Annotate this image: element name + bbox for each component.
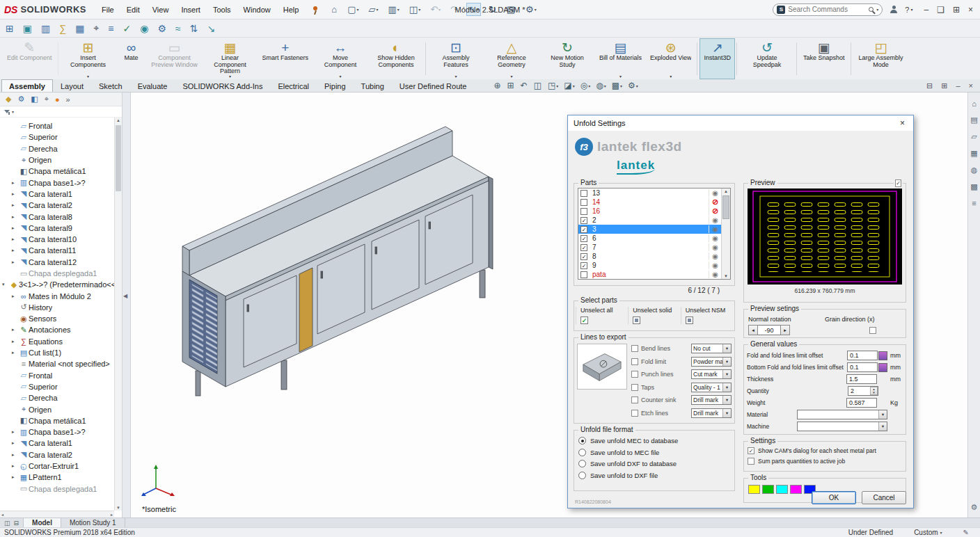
fold-offset-flag[interactable]: [878, 351, 887, 360]
search-scope-icon[interactable]: S: [777, 6, 785, 14]
home-icon[interactable]: ⌂: [329, 3, 340, 16]
export-line-checkbox[interactable]: [631, 384, 638, 391]
expand-icon[interactable]: ▸: [12, 248, 19, 253]
display-style-icon[interactable]: ◪ ▾: [564, 81, 574, 90]
mass-properties-icon[interactable]: ≡: [108, 23, 113, 34]
radio-button[interactable]: [578, 449, 586, 456]
open-icon[interactable]: ▱ ▾: [367, 3, 381, 16]
tree-item[interactable]: ▱ Derecha: [0, 392, 114, 403]
tree-item[interactable]: ▸ ∑ Equations: [0, 336, 114, 347]
bill-of-materials-button[interactable]: ▤ Bill of Materials ▾: [595, 38, 646, 79]
quantity-stepper[interactable]: ▲▼: [870, 387, 878, 395]
dialog-title-bar[interactable]: Unfold Settings ×: [568, 115, 913, 131]
export-line-checkbox[interactable]: [631, 358, 638, 365]
expand-icon[interactable]: ▸: [12, 452, 19, 458]
zoom-to-area-icon[interactable]: ⊞: [507, 81, 515, 90]
deviation-analysis-icon[interactable]: ◉: [140, 23, 148, 34]
visibility-off-icon[interactable]: ⊘: [709, 207, 721, 216]
close-panel-icon[interactable]: ×: [969, 81, 973, 90]
part-checkbox[interactable]: ✓: [580, 226, 587, 233]
tree-item[interactable]: ▭ Chapa desplegada1: [0, 483, 114, 495]
export-line-checkbox[interactable]: [631, 371, 638, 378]
expand-panel-icon[interactable]: ⊞: [941, 81, 947, 90]
undock-panel-icon[interactable]: ⊟: [926, 81, 933, 90]
tree-item[interactable]: ▸ ◥ Cara lateral12: [0, 257, 114, 268]
grain-direction-checkbox[interactable]: [869, 327, 876, 334]
scrollbar-thumb[interactable]: [116, 125, 121, 191]
ribbon-tab[interactable]: Piping: [317, 79, 354, 92]
tree-item[interactable]: ▸ ◥ Cara lateral1: [0, 438, 114, 449]
settings-option[interactable]: Sum parts quantities to active job: [748, 458, 902, 465]
tree-item[interactable]: ▸ ◥ Cara lateral2: [0, 200, 114, 211]
menu-item[interactable]: File: [96, 3, 120, 16]
export-line-select[interactable]: Quality - 1 ▼: [691, 383, 732, 392]
tree-vertical-scrollbar[interactable]: ▲ ▼: [114, 118, 122, 511]
redo-icon[interactable]: ↷: [448, 3, 461, 16]
cancel-button[interactable]: Cancel: [862, 491, 906, 504]
tree-item[interactable]: ▱ Frontal: [0, 370, 114, 381]
show-hidden-components-button[interactable]: ◐ Show Hidden Components: [368, 38, 424, 79]
export-line-checkbox[interactable]: [631, 345, 638, 352]
expand-icon[interactable]: ▸: [12, 202, 19, 208]
appearances-icon[interactable]: ◍: [971, 166, 978, 175]
settings-option[interactable]: ✓ Show CAM's dialog for each sheet metal…: [748, 447, 902, 454]
part-checkbox[interactable]: [580, 199, 587, 206]
ribbon-tab[interactable]: SOLIDWORKS Add-Ins: [175, 79, 270, 92]
tree-item[interactable]: ▸ ◥ Cara lateral9: [0, 223, 114, 234]
tree-item[interactable]: ▭ Chapa desplegada1: [0, 268, 114, 279]
tree-item[interactable]: ▸ ◥ Cara lateral10: [0, 234, 114, 245]
large-assembly-mode-button[interactable]: ◰ Large Assembly Mode: [853, 38, 909, 79]
close-icon[interactable]: ×: [968, 5, 973, 15]
tree-item[interactable]: ▱ Superior: [0, 131, 114, 143]
parts-list-row[interactable]: 13 ◉: [578, 189, 730, 198]
dropdown-caret-icon[interactable]: ▼: [722, 358, 731, 366]
parts-list-row[interactable]: ✓ 3 ◉: [578, 225, 730, 234]
dialog-close-icon[interactable]: ×: [897, 118, 908, 128]
expand-icon[interactable]: ▸: [12, 180, 19, 186]
design-study-icon[interactable]: ▦: [75, 23, 84, 34]
dropdown-caret-icon[interactable]: ▼: [722, 396, 731, 404]
ribbon-tab[interactable]: Evaluate: [130, 79, 175, 92]
search-commands-box[interactable]: S ▾: [773, 3, 883, 16]
edit-appearance-icon[interactable]: ◍ ▾: [596, 81, 606, 90]
mate-button[interactable]: ∞ Mate: [116, 38, 147, 79]
expand-icon[interactable]: ▸: [12, 429, 19, 435]
expand-icon[interactable]: ▸: [12, 350, 19, 355]
expand-icon[interactable]: ▸: [12, 191, 19, 197]
design-library-icon[interactable]: ▤: [970, 115, 977, 125]
tree-item[interactable]: ⌖ Origen: [0, 154, 114, 166]
exploded-view-button[interactable]: ⊛ Exploded View ▾: [646, 38, 695, 79]
split-vertical-icon[interactable]: ⊟: [14, 520, 19, 527]
settings-checkbox[interactable]: [748, 458, 754, 465]
panel-splitter[interactable]: ◀: [122, 93, 131, 518]
update-speedpak-button[interactable]: ↺ Update Speedpak: [739, 38, 795, 79]
ribbon-tab[interactable]: Tubing: [354, 79, 392, 92]
menu-item[interactable]: Tools: [207, 3, 237, 16]
tree-item[interactable]: ▸ ▦ LPattern1: [0, 472, 114, 483]
format-option[interactable]: Save unfold to DXF file: [578, 472, 730, 479]
expand-icon[interactable]: ▸: [12, 463, 19, 469]
rotate-right-icon[interactable]: ▸: [780, 325, 790, 335]
dimxpertmanager-tab-icon[interactable]: ⌖: [45, 95, 49, 104]
format-option[interactable]: Save unfold DXF to database: [578, 460, 730, 467]
ribbon-tab[interactable]: Assembly: [1, 79, 53, 92]
export-line-checkbox[interactable]: [631, 396, 638, 403]
visibility-on-icon[interactable]: ◉: [709, 225, 721, 233]
flow-simulation-icon[interactable]: ≈: [175, 23, 181, 34]
thickness-input[interactable]: 1.5: [846, 374, 877, 384]
check-entity-icon[interactable]: ✓: [122, 23, 131, 34]
ribbon-tab[interactable]: Layout: [53, 79, 91, 92]
file-explorer-icon[interactable]: ▱: [971, 132, 977, 141]
tree-item[interactable]: ▱ Superior: [0, 381, 114, 392]
menu-item[interactable]: Window: [238, 3, 276, 16]
expand-tabs-icon[interactable]: »: [66, 95, 70, 104]
rotate-left-icon[interactable]: ◂: [748, 325, 758, 335]
expand-icon[interactable]: ▸: [12, 214, 19, 220]
export-line-select[interactable]: Drill mark ▼: [691, 395, 732, 405]
dropdown-caret-icon[interactable]: ▼: [722, 409, 731, 417]
settings-checkbox[interactable]: ✓: [748, 447, 754, 454]
file-properties-icon[interactable]: ▤: [505, 3, 518, 16]
menu-item[interactable]: View: [147, 3, 175, 16]
export-icon[interactable]: ↘: [207, 23, 215, 34]
format-option[interactable]: Save unfold to MEC file: [578, 449, 730, 456]
